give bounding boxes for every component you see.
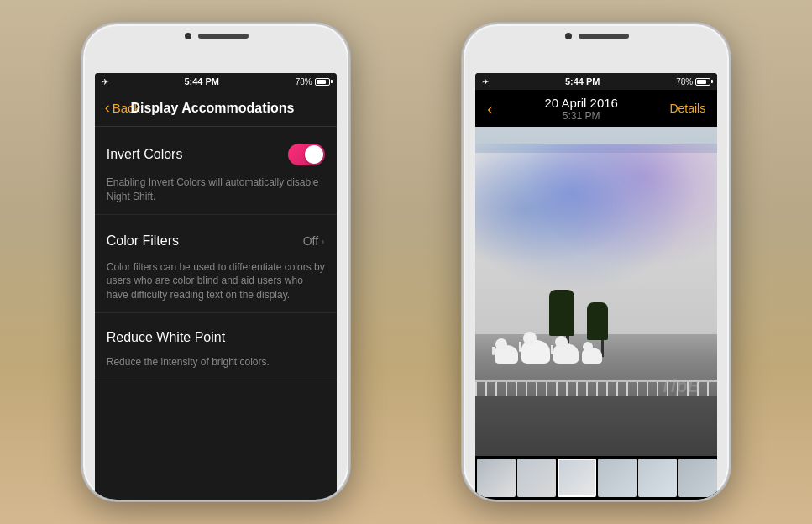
color-filters-section: Color Filters Off › Color filters can be… xyxy=(95,215,337,313)
photos-screen: ✈ 5:44 PM 78% ‹ xyxy=(475,73,717,500)
elephant-group xyxy=(495,340,602,364)
color-filters-label: Color Filters xyxy=(107,233,179,249)
left-nav-bar: ‹ Back Display Accommodations xyxy=(95,90,337,127)
front-camera xyxy=(185,33,191,39)
invert-colors-desc: Enabling Invert Colors will automaticall… xyxy=(107,176,325,204)
elephant-2-body xyxy=(521,340,550,364)
nav-title: Display Accommodations xyxy=(98,101,327,116)
tree-canopy-2 xyxy=(587,302,608,340)
right-top-bezel xyxy=(464,24,729,48)
reduce-white-point-desc: Reduce the intensity of bright colors. xyxy=(107,355,325,369)
scene: ✈ 5:44 PM 78% ‹ xyxy=(0,0,812,524)
right-status-bar: ✈ 5:44 PM 78% xyxy=(475,73,717,90)
color-filters-value-area: Off › xyxy=(303,234,325,248)
invert-colors-toggle[interactable] xyxy=(288,144,325,165)
photo-time: 5:31 PM xyxy=(544,110,618,122)
toggle-knob xyxy=(305,145,323,164)
zoo-fence xyxy=(475,380,717,396)
main-photo-area[interactable]: TipB xyxy=(475,127,717,456)
elephant-2-head xyxy=(523,332,537,345)
airplane-icon: ✈ xyxy=(102,77,108,86)
strip-thumb-2[interactable] xyxy=(517,458,556,497)
display-accommodations-screen: ✈ 5:44 PM 78% ‹ xyxy=(95,73,337,500)
details-button[interactable]: Details xyxy=(669,102,705,115)
elephant-4-head xyxy=(583,342,593,352)
right-iphone: ✈ 5:44 PM 78% ‹ xyxy=(462,23,731,501)
reduce-white-point-label: Reduce White Point xyxy=(107,330,225,345)
inverted-elephant-photo: TipB xyxy=(475,127,717,456)
left-time: 5:44 PM xyxy=(184,76,219,86)
right-battery-icon xyxy=(695,78,710,86)
invert-colors-section: Invert Colors Enabling Invert Colors wil… xyxy=(95,127,337,215)
right-screen: ✈ 5:44 PM 78% ‹ xyxy=(475,73,717,500)
right-phone-wrapper: ✈ 5:44 PM 78% ‹ xyxy=(462,23,731,501)
settings-content: Invert Colors Enabling Invert Colors wil… xyxy=(95,127,337,500)
elephant-3-head xyxy=(555,336,568,348)
left-phone-wrapper: ✈ 5:44 PM 78% ‹ xyxy=(81,23,350,501)
elephant-4-body xyxy=(582,348,602,364)
left-screen: ✈ 5:44 PM 78% ‹ xyxy=(95,73,337,500)
photos-nav-bar: ‹ 20 April 2016 5:31 PM Details xyxy=(475,90,717,127)
photos-back-button[interactable]: ‹ xyxy=(487,99,493,118)
right-front-camera xyxy=(565,33,572,39)
right-airplane-icon: ✈ xyxy=(482,77,489,86)
tree-canopy-1 xyxy=(549,290,574,336)
elephant-1-head xyxy=(495,338,507,350)
blue-light-effect xyxy=(475,144,717,308)
strip-thumb-5[interactable] xyxy=(638,458,677,497)
right-battery-pct: 78% xyxy=(676,77,693,86)
left-top-bezel xyxy=(83,24,348,48)
left-status-bar: ✈ 5:44 PM 78% xyxy=(95,73,337,90)
photos-strip xyxy=(475,456,717,500)
strip-thumb-4[interactable] xyxy=(598,458,637,497)
battery-icon xyxy=(315,78,330,86)
elephant-2-trunk xyxy=(519,342,521,352)
strip-thumb-3[interactable] xyxy=(558,458,596,497)
color-filters-value: Off xyxy=(303,234,318,248)
invert-colors-row: Invert Colors xyxy=(107,137,325,172)
color-filters-row[interactable]: Color Filters Off › xyxy=(107,225,325,257)
strip-thumb-6[interactable] xyxy=(678,458,717,497)
chevron-right-icon: › xyxy=(321,234,325,248)
elephant-1-body xyxy=(495,345,518,364)
reduce-white-point-row: Reduce White Point xyxy=(107,323,325,352)
invert-colors-label: Invert Colors xyxy=(107,147,183,162)
reduce-white-point-section: Reduce White Point Reduce the intensity … xyxy=(95,313,337,380)
ground xyxy=(475,396,717,456)
right-speaker-grill xyxy=(579,34,629,39)
elephant-3-trunk xyxy=(551,345,553,354)
elephant-3-body xyxy=(553,343,579,364)
color-filters-desc: Color filters can be used to differentia… xyxy=(107,260,325,302)
right-time: 5:44 PM xyxy=(565,76,600,86)
photos-nav-center: 20 April 2016 5:31 PM xyxy=(544,96,618,122)
left-iphone: ✈ 5:44 PM 78% ‹ xyxy=(81,23,350,501)
strip-thumb-1[interactable] xyxy=(477,458,516,497)
speaker-grill xyxy=(198,34,249,39)
left-battery-pct: 78% xyxy=(296,77,312,86)
elephant-1-trunk xyxy=(492,347,495,355)
photo-date: 20 April 2016 xyxy=(544,96,618,110)
